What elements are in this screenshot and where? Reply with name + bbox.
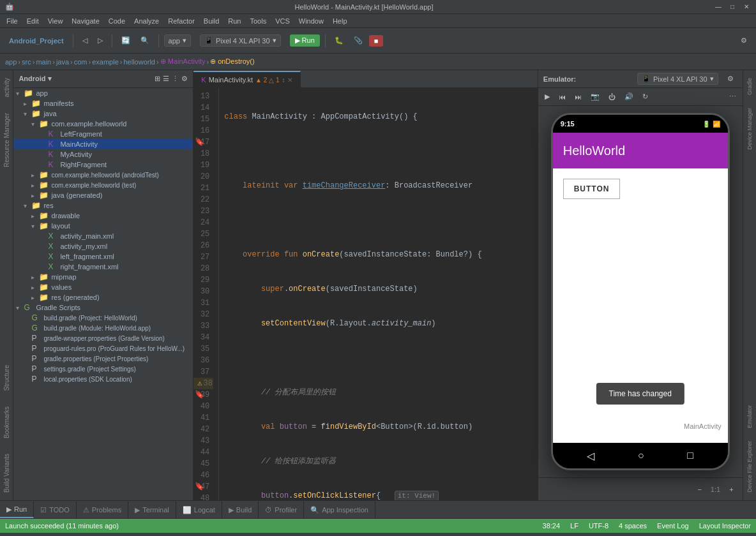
tree-item-mainactivity[interactable]: ▸ K MainActivity bbox=[13, 139, 193, 149]
toolbar-back-button[interactable]: ◁ bbox=[79, 33, 91, 48]
nav-recents-button[interactable]: □ bbox=[687, 450, 693, 461]
status-lf[interactable]: LF bbox=[570, 522, 578, 530]
menu-vcs[interactable]: VCS bbox=[271, 16, 294, 26]
maximize-button[interactable]: □ bbox=[728, 3, 737, 11]
stop-button[interactable]: ■ bbox=[369, 35, 384, 47]
panel-icon-dots[interactable]: ⋮ bbox=[172, 75, 179, 83]
nav-home-button[interactable]: ○ bbox=[638, 450, 644, 461]
device-selector[interactable]: 📱 Pixel 4 XL API 30 ▾ bbox=[200, 34, 281, 47]
editor-tab-mainactivity[interactable]: K MainActivity.kt ▲ 2 △ 1 ↕ ✕ bbox=[193, 71, 301, 87]
emulator-panel-button[interactable]: Emulator bbox=[745, 400, 755, 433]
emulator-screenshot-button[interactable]: 📷 bbox=[587, 89, 603, 105]
breadcrumb-example[interactable]: example bbox=[92, 58, 119, 66]
panel-icon-collapse[interactable]: ☰ bbox=[163, 75, 169, 83]
device-file-explorer-button[interactable]: Device File Explorer bbox=[745, 436, 755, 498]
menu-help[interactable]: Help bbox=[329, 16, 351, 26]
tree-item-rightfragment[interactable]: ▸ K RightFragment bbox=[13, 160, 193, 170]
bottom-tab-problems[interactable]: ⚠ Problems bbox=[77, 502, 128, 518]
breadcrumb-com[interactable]: com bbox=[74, 58, 87, 66]
tree-item-left-fragment-xml[interactable]: ▸ X left_fragment.xml bbox=[13, 251, 193, 262]
menu-analyze[interactable]: Analyze bbox=[130, 16, 163, 26]
tree-item-androidtest[interactable]: ▸ 📁 com.example.helloworld (androidTest) bbox=[13, 170, 193, 180]
status-charset[interactable]: UTF-8 bbox=[589, 522, 609, 530]
tree-item-leftfragment[interactable]: ▸ K LeftFragment bbox=[13, 129, 193, 139]
menu-edit[interactable]: Edit bbox=[23, 16, 43, 26]
tree-item-values[interactable]: ▸ 📁 values bbox=[13, 282, 193, 292]
bottom-tab-todo[interactable]: ☑ TODO bbox=[34, 502, 77, 518]
emulator-vol-up-button[interactable]: 🔊 bbox=[621, 89, 637, 105]
debug-button[interactable]: 🐛 bbox=[331, 33, 347, 48]
code-content-area[interactable]: class MainActivity : AppCompatActivity()… bbox=[219, 88, 538, 500]
bottom-tab-logcat[interactable]: ⬜ Logcat bbox=[176, 502, 222, 518]
gutter-47[interactable]: 🔖47 bbox=[193, 481, 213, 493]
activity-bar-item[interactable]: activity bbox=[1, 73, 13, 103]
gutter-39[interactable]: 🔖39 bbox=[193, 389, 213, 401]
status-indent[interactable]: 4 spaces bbox=[619, 522, 647, 530]
breadcrumb-java[interactable]: java bbox=[56, 58, 69, 66]
zoom-in-button[interactable]: + bbox=[725, 482, 737, 497]
tree-item-layout[interactable]: ▾ 📁 layout bbox=[13, 221, 193, 231]
tree-item-right-fragment-xml[interactable]: ▸ X right_fragment.xml bbox=[13, 262, 193, 272]
breadcrumb-main[interactable]: main bbox=[36, 58, 51, 66]
breadcrumb-app[interactable]: app bbox=[5, 58, 17, 66]
bottom-tab-run[interactable]: ▶ Run bbox=[0, 502, 34, 518]
panel-icon-layout[interactable]: ⊞ bbox=[155, 75, 160, 83]
code-editor[interactable]: 13 14 15 16 🔖17 18 19 20 21 22 23 24 25 … bbox=[193, 88, 538, 500]
menu-view[interactable]: View bbox=[44, 16, 67, 26]
panel-icon-gear[interactable]: ⚙ bbox=[181, 75, 188, 83]
gutter-13[interactable]: 13 bbox=[193, 91, 213, 102]
minimize-button[interactable]: — bbox=[714, 3, 723, 11]
structure-bar-item[interactable]: Structure bbox=[1, 360, 13, 396]
close-button[interactable]: ✕ bbox=[742, 3, 751, 11]
tree-item-package[interactable]: ▾ 📁 com.example.helloworld bbox=[13, 119, 193, 129]
tree-item-manifests[interactable]: ▸ 📁 manifests bbox=[13, 98, 193, 108]
tree-item-gradle-properties[interactable]: ▸ P gradle.properties (Project Propertie… bbox=[13, 354, 193, 364]
run-button[interactable]: ▶ Run bbox=[290, 34, 320, 47]
tree-item-activity-main-xml[interactable]: ▸ X activity_main.xml bbox=[13, 231, 193, 241]
menu-navigate[interactable]: Navigate bbox=[68, 16, 103, 26]
tree-item-local-properties[interactable]: ▸ P local.properties (SDK Location) bbox=[13, 374, 193, 384]
status-line-col[interactable]: 38:24 bbox=[543, 522, 561, 530]
tree-item-res[interactable]: ▾ 📁 res bbox=[13, 200, 193, 211]
resource-manager-bar-item[interactable]: Resource Manager bbox=[1, 108, 13, 172]
emulator-play-button[interactable]: ▶ bbox=[541, 89, 554, 105]
tab-close-button[interactable]: ✕ bbox=[287, 77, 292, 84]
menu-window[interactable]: Window bbox=[295, 16, 328, 26]
menu-tools[interactable]: Tools bbox=[246, 16, 270, 26]
device-manager-panel-button[interactable]: Device Manager bbox=[745, 103, 755, 155]
bookmarks-bar-item[interactable]: Bookmarks bbox=[1, 401, 13, 443]
tree-item-res-generated[interactable]: ▸ 📁 res (generated) bbox=[13, 292, 193, 302]
menu-file[interactable]: File bbox=[3, 16, 22, 26]
emulator-rotate-button[interactable]: ↻ bbox=[639, 89, 652, 105]
tree-item-myactivity[interactable]: ▸ K MyActivity bbox=[13, 149, 193, 160]
bottom-tab-app-inspection[interactable]: 🔍 App Inspection bbox=[304, 502, 375, 518]
emulator-device-selector[interactable]: 📱 Pixel 4 XL API 30 ▾ bbox=[637, 73, 718, 85]
zoom-out-button[interactable]: − bbox=[693, 482, 705, 497]
tree-item-mipmap[interactable]: ▸ 📁 mipmap bbox=[13, 272, 193, 282]
menu-refactor[interactable]: Refactor bbox=[164, 16, 199, 26]
emulator-step-forward-button[interactable]: ⏭ bbox=[571, 89, 586, 105]
tree-item-app[interactable]: ▾ 📁 app bbox=[13, 88, 193, 98]
tree-item-build-gradle-project[interactable]: ▸ G build.gradle (Project: HelloWorld) bbox=[13, 313, 193, 323]
toolbar-forward-button[interactable]: ▷ bbox=[94, 33, 107, 48]
tree-item-build-gradle-module[interactable]: ▸ G build.gradle (Module: HelloWorld.app… bbox=[13, 323, 193, 333]
event-log-button[interactable]: Event Log bbox=[657, 522, 689, 530]
sync-button[interactable]: 🔄 bbox=[117, 33, 134, 48]
breadcrumb-helloworld[interactable]: helloworld bbox=[123, 58, 155, 66]
app-selector[interactable]: app ▾ bbox=[164, 34, 191, 47]
attach-debugger-button[interactable]: 📎 bbox=[350, 33, 367, 48]
build-variants-bar-item[interactable]: Build Variants bbox=[1, 449, 13, 498]
tree-item-java[interactable]: ▾ 📁 java bbox=[13, 108, 193, 119]
tree-item-java-generated[interactable]: ▸ 📁 java (generated) bbox=[13, 190, 193, 200]
menu-code[interactable]: Code bbox=[105, 16, 129, 26]
tree-item-proguard[interactable]: ▸ P proguard-rules.pro (ProGuard Rules f… bbox=[13, 343, 193, 354]
bottom-tab-profiler[interactable]: ⏱ Profiler bbox=[259, 502, 304, 518]
gradle-panel-button[interactable]: Gradle bbox=[745, 73, 755, 100]
tree-item-settings-gradle[interactable]: ▸ P settings.gradle (Project Settings) bbox=[13, 364, 193, 374]
bottom-tab-build[interactable]: ▶ Build bbox=[222, 502, 259, 518]
phone-button[interactable]: BUTTON bbox=[563, 179, 621, 199]
emulator-more-button[interactable]: ⋯ bbox=[725, 89, 740, 105]
layout-inspector-button[interactable]: Layout Inspector bbox=[699, 522, 751, 530]
emulator-step-back-button[interactable]: ⏮ bbox=[555, 89, 570, 105]
settings-button[interactable]: ⚙ bbox=[737, 33, 751, 48]
